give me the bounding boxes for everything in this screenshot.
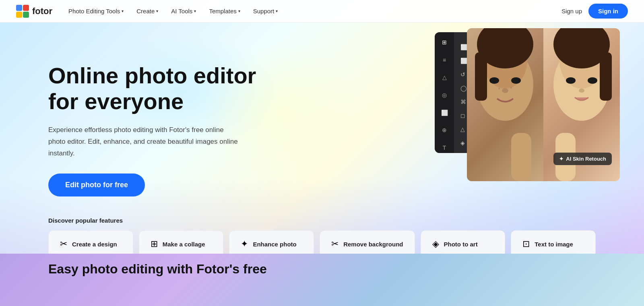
logo-text: fotor: [32, 6, 52, 17]
chevron-down-icon: ▾: [122, 9, 124, 13]
magic-remove-icon: ◈: [460, 140, 465, 146]
chevron-down-icon: ▾: [238, 9, 240, 13]
resize-icon: ⬜: [460, 58, 467, 64]
svg-rect-0: [16, 5, 22, 11]
svg-point-20: [579, 89, 584, 93]
reshape-icon: ⌘: [460, 99, 466, 105]
hero-title: Online photo editor for everyone: [48, 63, 290, 115]
svg-rect-13: [511, 133, 531, 181]
signin-button[interactable]: Sign in: [588, 4, 628, 19]
svg-rect-1: [23, 5, 29, 11]
panel-icon-people[interactable]: ⊕: [439, 125, 450, 136]
nav-templates[interactable]: Templates ▾: [209, 8, 240, 14]
nav-ai-tools[interactable]: AI Tools ▾: [171, 8, 196, 14]
make-collage-icon: ⊞: [151, 239, 158, 249]
navbar: fotor Photo Editing Tools ▾ Create ▾ AI …: [0, 0, 644, 23]
chevron-down-icon: ▾: [194, 9, 196, 13]
photo-to-art-icon: ◈: [432, 239, 439, 249]
svg-point-8: [489, 77, 499, 84]
svg-point-19: [588, 77, 597, 84]
panel-icon-text[interactable]: T: [439, 143, 450, 153]
hero-image-area: ⊞ ≡ △ ◎ ⬜ ⊕ T ⬜ Crop ⬜ Resize ↺ Rotate &…: [423, 28, 620, 185]
effects-icon: △: [460, 126, 465, 132]
svg-rect-7: [475, 52, 487, 101]
svg-point-18: [566, 77, 576, 84]
bottom-title: Easy photo editing with Fotor's free: [48, 262, 267, 277]
ai-skin-retouch-badge: ✦ AI Skin Retouch: [553, 153, 612, 165]
hero-text: Online photo editor for everyone Experie…: [48, 55, 290, 196]
popular-features-section: Discover popular features ✂ Create a des…: [48, 217, 596, 258]
panel-icon-frame[interactable]: ⬜: [439, 108, 450, 118]
enhance-photo-icon: ✦: [241, 239, 248, 249]
nav-actions: Sign up Sign in: [561, 4, 628, 19]
blush-icon: ◯: [460, 85, 467, 91]
logo[interactable]: fotor: [16, 5, 52, 18]
hero-description: Experience effortless photo editing with…: [48, 124, 242, 159]
panel-icons: ⊞ ≡ △ ◎ ⬜ ⊕ T: [435, 32, 454, 153]
svg-rect-17: [600, 52, 612, 101]
teeth-icon: ◻: [460, 112, 465, 119]
panel-icon-eye[interactable]: ◎: [439, 90, 450, 100]
remove-background-icon: ✂: [331, 239, 339, 249]
photo-before: [467, 28, 543, 181]
photo-preview: ✦ AI Skin Retouch: [467, 28, 620, 181]
edit-photo-button[interactable]: Edit photo for free: [48, 174, 145, 196]
svg-rect-3: [23, 12, 29, 18]
text-to-image-icon: ⊡: [522, 239, 530, 249]
rotate-icon: ↺: [460, 71, 465, 78]
nav-support[interactable]: Support ▾: [253, 8, 278, 14]
svg-rect-2: [16, 12, 22, 18]
svg-point-10: [502, 88, 508, 93]
svg-point-11: [498, 88, 500, 89]
popular-label: Discover popular features: [48, 217, 596, 224]
panel-icon-grid[interactable]: ⊞: [439, 37, 450, 48]
create-design-icon: ✂: [60, 239, 67, 249]
svg-point-9: [511, 77, 521, 84]
panel-icon-adjust[interactable]: ≡: [439, 55, 450, 65]
nav-photo-editing[interactable]: Photo Editing Tools ▾: [68, 8, 124, 14]
nav-links: Photo Editing Tools ▾ Create ▾ AI Tools …: [68, 8, 561, 14]
ai-badge-icon: ✦: [559, 156, 564, 162]
chevron-down-icon: ▾: [276, 9, 278, 13]
bottom-section: Easy photo editing with Fotor's free: [0, 254, 644, 306]
signup-button[interactable]: Sign up: [561, 8, 582, 14]
chevron-down-icon: ▾: [156, 9, 158, 13]
panel-icon-beauty[interactable]: △: [439, 72, 450, 83]
nav-create[interactable]: Create ▾: [136, 8, 158, 14]
crop-icon: ⬜: [460, 44, 467, 50]
logo-icon: [16, 5, 29, 18]
svg-point-12: [510, 87, 512, 89]
